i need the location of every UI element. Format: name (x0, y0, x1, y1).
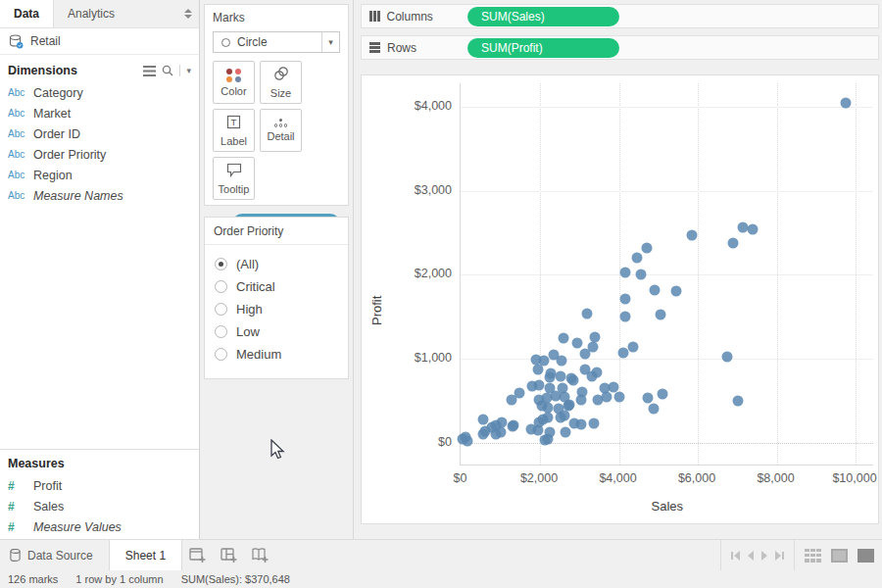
data-point[interactable] (627, 341, 638, 352)
dropdown-arrow-icon[interactable]: ▾ (321, 32, 339, 52)
data-point[interactable] (748, 224, 759, 235)
data-point[interactable] (586, 370, 597, 381)
data-point[interactable] (658, 388, 668, 399)
data-point[interactable] (508, 420, 518, 431)
color-button[interactable]: Color (213, 61, 255, 104)
next-sheet-button[interactable] (761, 551, 767, 561)
data-point[interactable] (722, 352, 733, 363)
columns-shelf[interactable]: Columns SUM(Sales) (361, 4, 879, 28)
presentation-mode-button[interactable] (858, 549, 874, 563)
datasource-item[interactable]: Retail (0, 28, 199, 55)
data-point[interactable] (648, 403, 659, 414)
tab-data[interactable]: Data (0, 0, 54, 27)
data-point[interactable] (543, 412, 554, 422)
size-button[interactable]: Size (260, 61, 302, 104)
scatter-plot-area[interactable] (460, 83, 873, 466)
data-point[interactable] (619, 294, 630, 305)
data-point[interactable] (840, 97, 851, 108)
radio-selected-icon[interactable] (215, 258, 227, 270)
data-point[interactable] (514, 387, 525, 398)
radio-icon[interactable] (215, 325, 227, 338)
data-point[interactable] (572, 337, 583, 348)
filter-option[interactable]: Low (215, 320, 338, 343)
data-point[interactable] (582, 308, 593, 318)
new-story-button[interactable] (245, 540, 276, 570)
data-point[interactable] (619, 267, 630, 277)
data-point[interactable] (670, 286, 681, 297)
label-button[interactable]: TLabel (213, 109, 255, 152)
data-point[interactable] (641, 242, 652, 253)
data-point[interactable] (631, 253, 642, 264)
filter-option[interactable]: Medium (215, 343, 338, 366)
data-point[interactable] (559, 332, 569, 343)
data-point[interactable] (613, 391, 624, 402)
data-point[interactable] (588, 417, 599, 428)
data-source-tab[interactable]: Data Source (0, 540, 109, 570)
previous-sheet-button[interactable] (748, 551, 754, 561)
search-icon[interactable] (162, 65, 173, 76)
data-point[interactable] (733, 395, 744, 406)
filter-option[interactable]: Critical (215, 275, 338, 298)
data-point[interactable] (643, 393, 654, 404)
data-point[interactable] (619, 312, 630, 322)
field-item[interactable]: #Profit (0, 475, 199, 496)
data-point[interactable] (557, 356, 567, 367)
data-point[interactable] (655, 310, 665, 320)
chevron-down-icon[interactable]: ▾ (186, 66, 191, 75)
field-item[interactable]: AbcOrder ID (0, 123, 199, 144)
last-sheet-button[interactable] (775, 551, 784, 561)
data-point[interactable] (738, 222, 749, 233)
measures-section: Measures #Profit#Sales#Measure Values (0, 449, 199, 539)
first-sheet-button[interactable] (731, 551, 740, 561)
field-label: Profit (33, 479, 62, 493)
field-label: Category (33, 86, 83, 100)
tooltip-button[interactable]: Tooltip (213, 157, 255, 200)
show-filmstrip-button[interactable] (831, 549, 848, 563)
field-item[interactable]: AbcCategory (0, 82, 199, 103)
x-tick-label: $8,000 (757, 471, 794, 485)
filter-option[interactable]: (All) (215, 253, 338, 275)
sum-profit-pill[interactable]: SUM(Profit) (467, 38, 619, 58)
data-point[interactable] (533, 379, 544, 390)
view-as-list-icon[interactable] (143, 66, 156, 76)
radio-icon[interactable] (215, 280, 227, 293)
field-item[interactable]: AbcRegion (0, 165, 199, 185)
data-point[interactable] (576, 419, 587, 430)
rows-shelf[interactable]: Rows SUM(Profit) (361, 35, 879, 60)
sheet1-tab[interactable]: Sheet 1 (109, 540, 182, 570)
new-worksheet-button[interactable] (182, 540, 214, 570)
chart-view: Profit $0$1,000$2,000$3,000$4,000 $0$2,0… (361, 74, 879, 524)
data-point[interactable] (617, 347, 628, 358)
mark-type-dropdown[interactable]: Circle ▾ (213, 31, 340, 53)
data-point[interactable] (635, 270, 646, 280)
data-point[interactable] (602, 391, 612, 402)
field-item[interactable]: #Measure Values (0, 516, 199, 537)
data-point[interactable] (686, 230, 697, 241)
data-point[interactable] (532, 365, 543, 375)
data-point[interactable] (540, 434, 551, 445)
tab-analytics[interactable]: Analytics (54, 0, 128, 27)
sum-sales-pill[interactable]: SUM(Sales) (467, 7, 619, 26)
data-point[interactable] (495, 426, 506, 437)
pane-sort-button[interactable] (177, 0, 199, 27)
data-point[interactable] (568, 374, 579, 385)
data-point[interactable] (649, 284, 660, 295)
field-item[interactable]: AbcMarket (0, 103, 199, 123)
new-dashboard-button[interactable] (214, 540, 245, 570)
filter-option[interactable]: High (215, 298, 338, 320)
field-item[interactable]: AbcMeasure Names (0, 185, 199, 206)
data-point[interactable] (580, 348, 591, 359)
data-point[interactable] (556, 370, 566, 381)
data-point[interactable] (728, 237, 739, 248)
y-tick-label: $1,000 (391, 351, 452, 365)
data-point[interactable] (575, 394, 586, 405)
data-point[interactable] (560, 411, 570, 421)
radio-icon[interactable] (215, 348, 227, 361)
field-item[interactable]: #Sales (0, 496, 199, 516)
data-point[interactable] (561, 426, 571, 437)
detail-button[interactable]: Detail (260, 109, 302, 152)
radio-icon[interactable] (215, 303, 227, 316)
data-point[interactable] (462, 435, 472, 446)
show-tabs-button[interactable] (805, 549, 821, 563)
field-item[interactable]: AbcOrder Priority (0, 144, 199, 165)
